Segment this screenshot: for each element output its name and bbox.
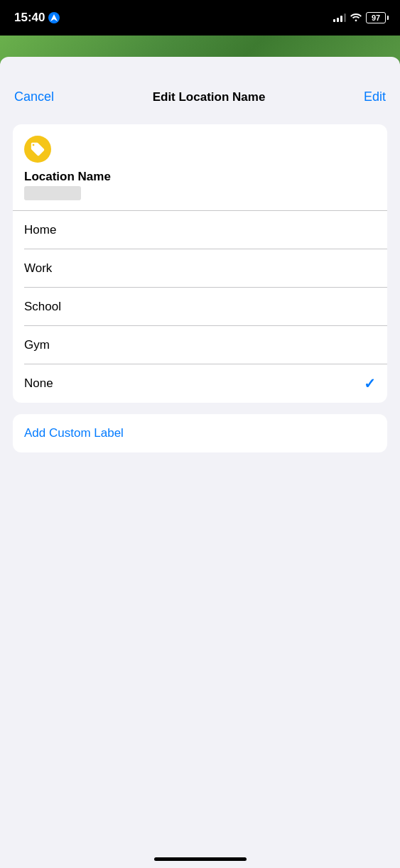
- status-time-area: 15:40: [14, 11, 60, 25]
- selected-checkmark: ✓: [364, 375, 376, 392]
- add-custom-label-card[interactable]: Add Custom Label: [13, 414, 387, 452]
- home-indicator: [154, 857, 247, 861]
- wifi-icon: [350, 11, 362, 24]
- list-item-none-label: None: [24, 376, 53, 391]
- time-display: 15:40: [14, 11, 45, 25]
- list-item-home-label: Home: [24, 223, 56, 237]
- list-item-school[interactable]: School: [13, 288, 387, 326]
- list-item-work-label: Work: [24, 261, 52, 276]
- main-content: Location Name ██ ██ Home Work School Gym…: [0, 113, 400, 464]
- signal-icon: [333, 13, 346, 22]
- add-custom-label-item[interactable]: Add Custom Label: [13, 414, 387, 452]
- list-item-home[interactable]: Home: [13, 211, 387, 249]
- page-title: Edit Location Name: [153, 90, 266, 104]
- location-card: Location Name ██ ██ Home Work School Gym…: [13, 124, 387, 403]
- location-name-label: Location Name: [24, 170, 376, 184]
- location-name-value: ██ ██: [24, 187, 376, 202]
- status-right-area: 97: [333, 11, 386, 24]
- cancel-button[interactable]: Cancel: [14, 89, 54, 104]
- location-arrow-icon: [48, 12, 60, 23]
- list-item-school-label: School: [24, 300, 61, 314]
- status-bar: 15:40 97: [0, 0, 400, 36]
- battery-indicator: 97: [366, 12, 386, 23]
- edit-button[interactable]: Edit: [364, 89, 386, 104]
- list-item-gym[interactable]: Gym: [13, 326, 387, 364]
- arrow-svg: [50, 14, 58, 21]
- nav-bar: Cancel Edit Location Name Edit: [0, 78, 400, 113]
- battery-level: 97: [372, 13, 380, 22]
- svg-marker-0: [50, 14, 58, 21]
- list-item-work[interactable]: Work: [13, 249, 387, 288]
- card-header: Location Name ██ ██: [13, 124, 387, 210]
- tag-icon: [24, 136, 51, 163]
- list-item-gym-label: Gym: [24, 338, 50, 352]
- list-item-none[interactable]: None ✓: [13, 364, 387, 403]
- add-custom-label-text: Add Custom Label: [24, 426, 124, 440]
- map-background: [0, 36, 400, 78]
